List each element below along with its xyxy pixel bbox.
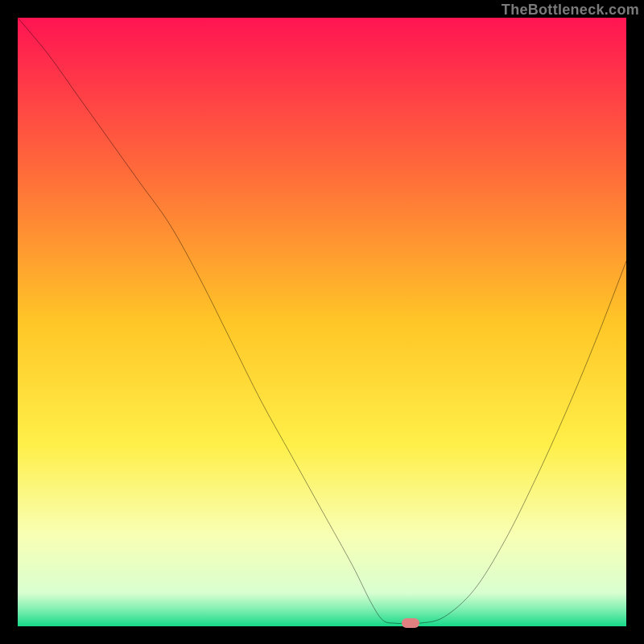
svg-rect-0 — [18, 18, 626, 626]
plot-area — [18, 18, 626, 626]
optimal-marker — [402, 618, 419, 628]
background-gradient — [18, 18, 626, 626]
chart-container: TheBottleneck.com — [0, 0, 644, 644]
attribution-label: TheBottleneck.com — [502, 2, 639, 19]
